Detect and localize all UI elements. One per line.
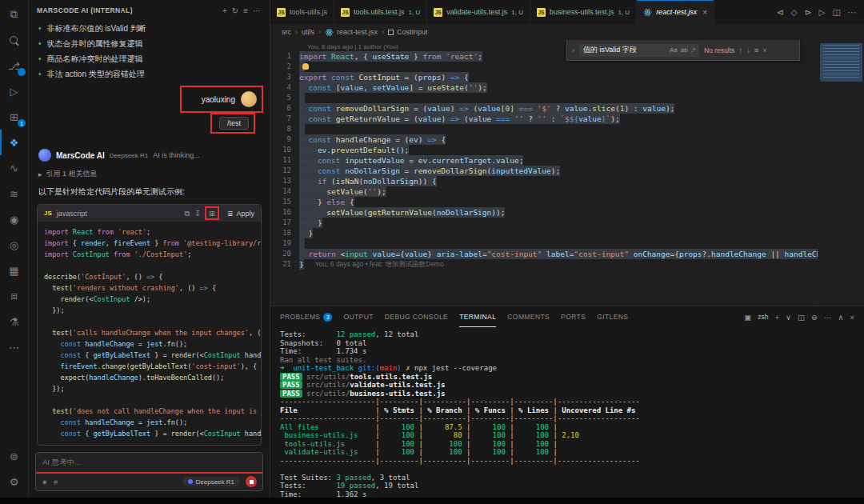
new-chat-icon[interactable]: + (222, 6, 228, 15)
kill-terminal-icon[interactable]: ⊖ (811, 313, 818, 322)
compare-icon[interactable]: ◇ (791, 7, 798, 17)
insert-icon[interactable]: ↧ (194, 209, 202, 218)
breadcrumb-item-src[interactable]: src (282, 28, 291, 36)
topic-item[interactable]: •非标准布尔值的 isValid 判断 (29, 21, 270, 36)
context-icon[interactable]: # (54, 478, 58, 486)
stop-generation-button[interactable] (246, 476, 257, 487)
split-terminal-icon[interactable]: ◫ (798, 313, 805, 322)
tab-validate-utils.test.js[interactable]: JSvalidate-utils.test.js1, U (427, 0, 530, 24)
activity-search[interactable] (0, 27, 28, 53)
copy-icon[interactable]: ⧉ (183, 209, 190, 218)
split-editor-icon[interactable]: ◫ (833, 7, 841, 17)
lightbulb-icon[interactable] (302, 63, 309, 70)
topic-item[interactable]: •商品名称冲突时的处理逻辑 (29, 51, 270, 66)
panel-tab-DEBUG CONSOLE[interactable]: DEBUG CONSOLE (385, 306, 448, 327)
find-prev-icon[interactable]: ↑ (738, 46, 742, 54)
history-icon[interactable]: ↻ (231, 6, 239, 15)
activity-waves[interactable]: ≋ (0, 181, 28, 206)
terminal-icon[interactable]: ▣ (744, 313, 751, 322)
terminal-line (280, 465, 864, 474)
js-icon: JS (277, 8, 286, 17)
activity-more[interactable]: ⋯ (0, 334, 28, 360)
activity-source-control[interactable]: ⎇ (0, 53, 28, 78)
terminal-line: business-utils.js | 100 | 80 | 100 | 100… (280, 431, 864, 440)
new-file-icon[interactable]: ⊞ (205, 206, 219, 220)
breadcrumb-item-CostInput[interactable]: CostInput (388, 28, 428, 36)
terminal-line: PASS src/utils/validate-utils.test.js (280, 381, 864, 390)
editor-actions: ⊲◇⊳▷◫⋯ (769, 0, 864, 24)
minimap[interactable] (818, 40, 864, 306)
react-icon (643, 8, 652, 17)
find-next-icon[interactable]: ↓ (746, 46, 750, 54)
regex-toggle[interactable]: .* (691, 46, 695, 54)
run-icon[interactable]: ▷ (819, 7, 826, 17)
maximize-panel-icon[interactable]: ∧ (838, 313, 843, 322)
user-command-chip[interactable]: /test (219, 117, 249, 130)
activity-marscode[interactable]: ❖ (0, 130, 28, 155)
snippet-code[interactable]: import React from 'react';import { rende… (38, 222, 261, 445)
activity-chart[interactable]: ∿ (0, 155, 28, 181)
breadcrumb-item-react-test.jsx[interactable]: react-test.jsx (325, 28, 378, 37)
activity-extensions[interactable]: ⊞1 (0, 104, 28, 130)
panel-tab-GITLENS[interactable]: GITLENS (597, 306, 628, 327)
activity-items: ⧉⎇▷⊞1❖∿≋◉◎▦⧈⚗⋯ (0, 2, 28, 360)
find-close-icon[interactable]: × (762, 46, 767, 54)
find-query: 值的 isValid 字段 (583, 45, 666, 55)
chat-input[interactable]: AI 思考中... (36, 453, 262, 472)
panel-tab-PROBLEMS[interactable]: PROBLEMS3 (280, 306, 332, 327)
attach-icon[interactable]: ∗ (42, 478, 48, 486)
model-chip[interactable]: Deepseek R1 (182, 477, 240, 486)
find-input[interactable]: 值的 isValid 字段 Aa ab .* (578, 43, 700, 58)
activity-run-debug[interactable]: ▷ (0, 78, 28, 104)
assistant-name: MarsCode AI (56, 151, 105, 160)
panel-header: PROBLEMS3OUTPUTDEBUG CONSOLETERMINALCOMM… (270, 306, 864, 327)
panel-tab-COMMENTS[interactable]: COMMENTS (507, 306, 550, 327)
panel-tab-TERMINAL[interactable]: TERMINAL (459, 306, 496, 327)
tab-business-utils.test.js[interactable]: JSbusiness-utils.test.js1, U (530, 0, 637, 24)
layout-icon[interactable]: ≡ (242, 6, 249, 15)
panel-tab-OUTPUT[interactable]: OUTPUT (343, 306, 373, 327)
shell-label: zsh (758, 313, 768, 321)
topic-label: 非法 action 类型的容错处理 (47, 69, 145, 80)
topic-item[interactable]: •非法 action 类型的容错处理 (29, 66, 270, 82)
find-in-selection-icon[interactable]: ≡ (754, 46, 759, 54)
whole-word-toggle[interactable]: ab (681, 46, 688, 54)
topic-item[interactable]: •状态合并时的属性修复逻辑 (29, 36, 270, 51)
tab-react-test.jsx[interactable]: react-test.jsx× (637, 0, 714, 24)
code-area[interactable]: You, 6 days ago | 1 author (You) 1import… (270, 40, 818, 306)
editor-group: JStools-utils.jsJStools.utils.test.js1, … (270, 0, 864, 498)
settings-icon: ⚙ (10, 476, 19, 488)
activity-play-circle[interactable]: ◉ (0, 206, 28, 232)
tab-label: tools-utils.js (290, 8, 327, 16)
nav-back-icon[interactable]: ⊲ (777, 7, 784, 17)
activity-settings[interactable]: ⚙ (0, 469, 28, 494)
activity-layers[interactable]: ⧈ (0, 283, 28, 309)
panel-tab-label: PROBLEMS (280, 313, 320, 321)
more-icon[interactable]: ⋯ (252, 6, 262, 15)
reference-row[interactable]: ▸ 引用 1 相关信息 (29, 169, 270, 179)
line-number: 5 (270, 93, 299, 103)
line-number: 20 (270, 249, 299, 259)
more-icon[interactable]: ⋯ (848, 7, 857, 17)
close-panel-icon[interactable]: × (850, 313, 854, 322)
new-terminal-icon[interactable]: + (774, 313, 779, 322)
panel-tab-PORTS[interactable]: PORTS (561, 306, 586, 327)
code-lines: 1import React, { useState } from 'react'… (270, 51, 818, 270)
match-case-toggle[interactable]: Aa (670, 46, 678, 54)
activity-beaker[interactable]: ⚗ (0, 309, 28, 334)
activity-target[interactable]: ◎ (0, 232, 28, 258)
terminal-output[interactable]: Tests: 12 passed, 12 totalSnapshots: 0 t… (270, 327, 864, 498)
breadcrumb-item-utils[interactable]: utils (302, 28, 314, 36)
find-expand-icon[interactable]: › (572, 46, 574, 54)
close-icon[interactable]: × (702, 8, 707, 17)
chevron-down-icon[interactable]: ∨ (786, 313, 791, 322)
tab-tools.utils.test.js[interactable]: JStools.utils.test.js1, U (334, 0, 427, 24)
activity-files[interactable]: ⧉ (0, 2, 28, 27)
activity-account[interactable]: ⊚ (0, 443, 28, 469)
tab-tools-utils.js[interactable]: JStools-utils.js (270, 0, 334, 24)
code-line: 3export const CostInput = (props) => { (270, 72, 818, 82)
more-icon[interactable]: ⋯ (824, 313, 832, 322)
apply-button[interactable]: ≣ Apply (227, 210, 254, 218)
activity-grid[interactable]: ▦ (0, 258, 28, 283)
nav-forward-icon[interactable]: ⊳ (805, 7, 812, 17)
